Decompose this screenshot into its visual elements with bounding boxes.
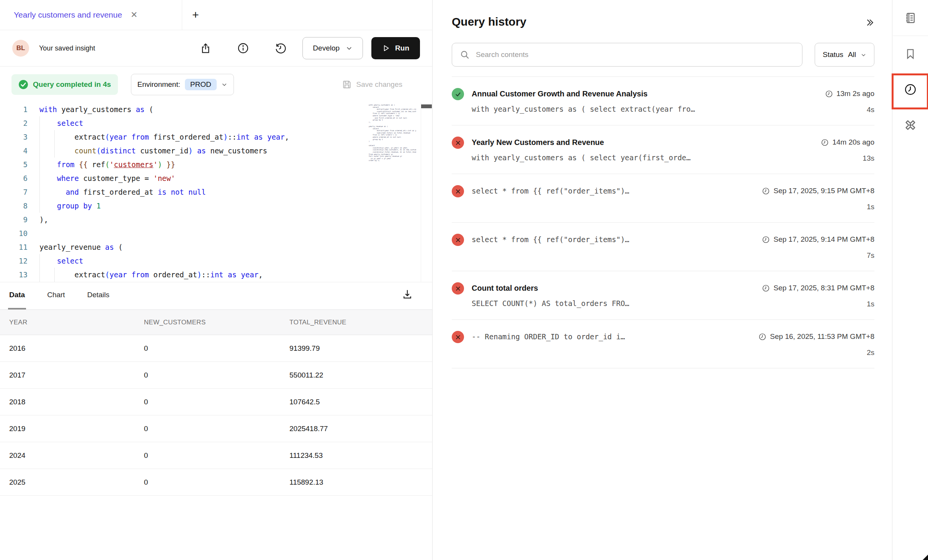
line-number: 8	[0, 199, 28, 213]
query-title: Annual Customer Growth and Revenue Analy…	[472, 87, 818, 100]
line-number: 4	[0, 144, 28, 158]
version-history-icon[interactable]	[274, 42, 287, 55]
table-cell: 550011.22	[289, 362, 432, 389]
table-header-row: YEAR NEW_CUSTOMERS TOTAL_REVENUE	[0, 310, 432, 335]
table-row[interactable]: 20240111234.53	[0, 442, 432, 469]
query-history-icon[interactable]	[893, 72, 928, 107]
table-cell: 2017	[0, 362, 144, 389]
environment-value-pill: PROD	[185, 79, 217, 90]
status-icon	[452, 234, 464, 246]
editor-panel: Yearly customers and revenue ✕ + BL Your…	[0, 0, 433, 560]
check-circle-icon	[18, 80, 28, 90]
info-icon[interactable]	[237, 42, 250, 55]
query-time: Sep 17, 2025, 9:14 PM GMT+8	[762, 233, 874, 246]
code-line[interactable]: 1with yearly_customers as (	[0, 103, 432, 116]
chevron-down-icon	[221, 81, 227, 88]
query-status-badge: Query completed in 4s	[11, 74, 118, 95]
bookmark-icon[interactable]	[893, 36, 928, 72]
tab-details[interactable]: Details	[87, 282, 109, 310]
save-icon	[342, 80, 352, 90]
develop-button[interactable]: Develop	[302, 37, 363, 59]
table-cell: 107642.5	[289, 389, 432, 415]
table-row[interactable]: 201902025418.77	[0, 415, 432, 442]
query-history-item[interactable]: select * from {{ ref("order_items")… Sep…	[452, 223, 874, 271]
explore-icon[interactable]	[893, 107, 928, 143]
save-changes-button[interactable]: Save changes	[342, 80, 402, 90]
table-cell: 0	[144, 335, 289, 362]
sql-editor[interactable]: 1with yearly_customers as (2 select3 ext…	[0, 103, 432, 282]
page-title: Query history	[452, 15, 526, 28]
download-icon[interactable]	[402, 288, 413, 300]
scrollbar-thumb[interactable]	[421, 104, 432, 108]
query-history-item[interactable]: Count total orders SELECT COUNT(*) AS to…	[452, 271, 874, 320]
code-line[interactable]: 12 select	[0, 254, 432, 268]
editor-scrollbar[interactable]	[421, 103, 432, 282]
code-line[interactable]: 7 and first_ordered_at is not null	[0, 185, 432, 199]
query-duration: 4s	[825, 105, 874, 115]
code-line[interactable]: 2 select	[0, 116, 432, 130]
code-line[interactable]: 6 where customer_type = 'new'	[0, 171, 432, 185]
clock-icon	[762, 236, 770, 244]
table-cell: 115892.13	[289, 469, 432, 496]
table-row[interactable]: 20170550011.22	[0, 362, 432, 389]
code-line[interactable]: 5 from {{ ref('customers') }}	[0, 158, 432, 171]
code-line[interactable]: 13 extract(year from ordered_at)::int as…	[0, 268, 432, 282]
run-button[interactable]: Run	[371, 37, 420, 59]
search-box[interactable]	[452, 43, 802, 67]
code-lines: 1with yearly_customers as (2 select3 ext…	[0, 103, 432, 282]
notebook-icon[interactable]	[893, 0, 928, 36]
query-title: Count total orders	[472, 282, 755, 295]
table-cell: 2024	[0, 442, 144, 469]
table-row[interactable]: 20250115892.13	[0, 469, 432, 496]
col-total-revenue[interactable]: TOTAL_REVENUE	[289, 310, 432, 335]
collapse-panel-icon[interactable]	[864, 18, 874, 28]
table-cell: 2016	[0, 335, 144, 362]
code-line[interactable]: 8 group by 1	[0, 199, 432, 213]
table-row[interactable]: 2016091399.79	[0, 335, 432, 362]
query-time: Sep 17, 2025, 9:15 PM GMT+8	[762, 184, 874, 197]
query-history-item[interactable]: select * from {{ ref("order_items")… Sep…	[452, 174, 874, 223]
query-history-item[interactable]: Yearly New Customers and Revenue with ye…	[452, 125, 874, 174]
col-year[interactable]: YEAR	[0, 310, 144, 335]
query-duration: 1s	[762, 202, 874, 212]
insight-toolbar: BL Your saved insight Develop	[0, 30, 432, 67]
table-cell: 91399.79	[289, 335, 432, 362]
tab-close-icon[interactable]: ✕	[131, 11, 137, 19]
query-duration: 7s	[762, 251, 874, 260]
new-tab-button[interactable]: +	[182, 8, 209, 21]
table-cell: 0	[144, 415, 289, 442]
clock-icon	[762, 187, 770, 195]
tab-yearly-customers[interactable]: Yearly customers and revenue ✕	[0, 0, 182, 30]
query-history-item[interactable]: Annual Customer Growth and Revenue Analy…	[452, 77, 874, 125]
query-title: select * from {{ ref("order_items")…	[472, 184, 755, 197]
tab-data[interactable]: Data	[9, 282, 25, 310]
results-tab-bar: Data Chart Details	[0, 282, 432, 309]
cursor-artifact	[923, 555, 928, 560]
code-line[interactable]: 10	[0, 226, 432, 240]
line-number: 3	[0, 130, 28, 144]
code-line[interactable]: 4 count(distinct customer_id) as new_cus…	[0, 144, 432, 158]
query-history-list: Annual Customer Growth and Revenue Analy…	[452, 77, 874, 368]
tab-chart[interactable]: Chart	[47, 282, 65, 310]
search-input[interactable]	[476, 50, 794, 59]
status-filter[interactable]: Status All	[815, 43, 874, 67]
query-history-item[interactable]: -- Renaming ORDER_ID to order_id i… Sep …	[452, 320, 874, 368]
indent-guide	[39, 116, 40, 213]
code-line[interactable]: 3 extract(year from first_ordered_at)::i…	[0, 130, 432, 144]
environment-select[interactable]: Environment: PROD	[131, 74, 234, 95]
table-row[interactable]: 20180107642.5	[0, 389, 432, 415]
query-title: select * from {{ ref("order_items")…	[472, 233, 755, 246]
line-number: 5	[0, 158, 28, 171]
query-time: Sep 17, 2025, 8:31 PM GMT+8	[762, 282, 874, 295]
indent-guide	[54, 130, 55, 158]
code-line[interactable]: 11yearly_revenue as (	[0, 240, 432, 254]
share-icon[interactable]	[199, 42, 212, 55]
line-number: 7	[0, 185, 28, 199]
query-duration: 2s	[758, 348, 874, 358]
editor-minimap[interactable]: with yearly_customers as ( select extrac…	[369, 104, 416, 272]
table-cell: 2025	[0, 469, 144, 496]
col-new-customers[interactable]: NEW_CUSTOMERS	[144, 310, 289, 335]
table-cell: 2018	[0, 389, 144, 415]
line-number: 12	[0, 254, 28, 268]
code-line[interactable]: 9),	[0, 213, 432, 226]
